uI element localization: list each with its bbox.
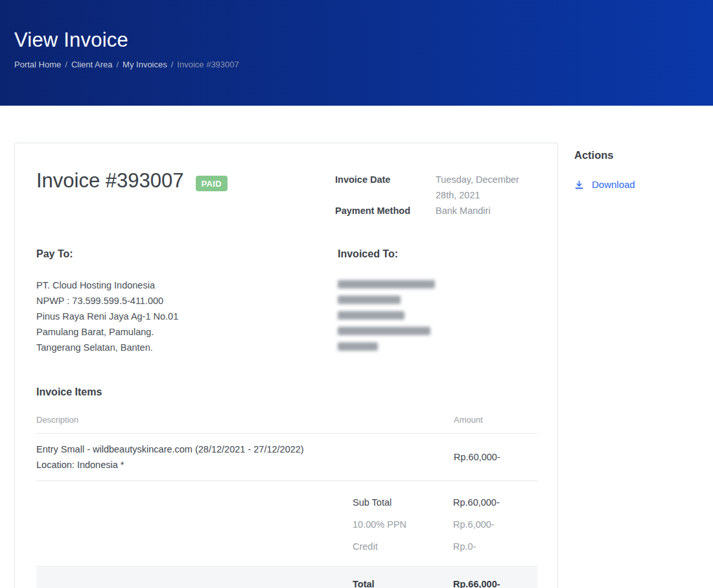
invoice-date-row: Invoice Date Tuesday, December 28th, 202… bbox=[335, 172, 537, 203]
pay-to-line: NPWP : 73.599.599.5-411.000 bbox=[36, 293, 338, 309]
payment-method-row: Payment Method Bank Mandiri bbox=[335, 203, 537, 218]
download-button[interactable]: Download bbox=[574, 179, 635, 190]
breadcrumb-current-invoice: Invoice #393007 bbox=[177, 60, 239, 69]
payment-method-label: Payment Method bbox=[335, 203, 436, 218]
actions-heading: Actions bbox=[574, 149, 699, 161]
redacted-line bbox=[338, 342, 378, 351]
table-row: Entry Small - wildbeautyskincare.com (28… bbox=[36, 434, 537, 481]
payment-method-value: Bank Mandiri bbox=[436, 203, 537, 218]
total-value: Rp.66,000- bbox=[453, 579, 537, 588]
totals-section: Sub Total Rp.60,000- 10.00% PPN Rp.6,000… bbox=[36, 481, 537, 558]
breadcrumb: Portal Home/Client Area/My Invoices/Invo… bbox=[14, 60, 699, 69]
pay-to-heading: Pay To: bbox=[36, 248, 338, 260]
page-header: View Invoice Portal Home/Client Area/My … bbox=[0, 0, 713, 106]
download-icon bbox=[574, 180, 592, 190]
breadcrumb-my-invoices[interactable]: My Invoices bbox=[123, 60, 167, 69]
invoice-items-section: Invoice Items Description Amount Entry S… bbox=[36, 386, 537, 588]
redacted-line bbox=[338, 296, 401, 304]
status-badge: PAID bbox=[196, 176, 228, 191]
grand-total-row: Total Rp.66,000- bbox=[36, 566, 537, 588]
page-title: View Invoice bbox=[14, 0, 699, 52]
item-amount: Rp.60,000- bbox=[454, 452, 537, 462]
invoice-date-label: Invoice Date bbox=[335, 172, 436, 203]
tax-row: 10.00% PPN Rp.6,000- bbox=[36, 513, 537, 535]
pay-to-line: Tangerang Selatan, Banten. bbox=[36, 340, 338, 355]
item-description: Entry Small - wildbeautyskincare.com (28… bbox=[36, 441, 454, 473]
address-section: Pay To: PT. Cloud Hosting Indonesia NPWP… bbox=[36, 248, 537, 358]
redacted-line bbox=[338, 327, 430, 335]
tax-label: 10.00% PPN bbox=[353, 519, 453, 530]
pay-to-line: Pamulang Barat, Pamulang. bbox=[36, 324, 338, 340]
invoice-date-value: Tuesday, December 28th, 2021 bbox=[436, 172, 537, 203]
subtotal-value: Rp.60,000- bbox=[453, 497, 537, 508]
invoiced-to-redacted-address bbox=[338, 280, 537, 351]
pay-to-block: Pay To: PT. Cloud Hosting Indonesia NPWP… bbox=[36, 248, 338, 358]
invoiced-to-block: Invoiced To: bbox=[338, 248, 537, 358]
item-description-line: Location: Indonesia * bbox=[36, 457, 454, 473]
invoice-items-heading: Invoice Items bbox=[36, 386, 537, 398]
breadcrumb-portal-home[interactable]: Portal Home bbox=[14, 60, 61, 69]
subtotal-row: Sub Total Rp.60,000- bbox=[36, 491, 537, 513]
invoiced-to-heading: Invoiced To: bbox=[338, 248, 537, 260]
breadcrumb-separator: / bbox=[112, 60, 123, 69]
tax-value: Rp.6,000- bbox=[453, 519, 537, 530]
amount-column-header: Amount bbox=[454, 415, 537, 425]
invoice-header: Invoice #393007 PAID Invoice Date Tuesda… bbox=[36, 169, 537, 218]
pay-to-line: PT. Cloud Hosting Indonesia bbox=[36, 277, 338, 293]
pay-to-address: PT. Cloud Hosting Indonesia NPWP : 73.59… bbox=[36, 277, 338, 355]
main-content: Invoice #393007 PAID Invoice Date Tuesda… bbox=[0, 106, 713, 588]
invoice-meta: Invoice Date Tuesday, December 28th, 202… bbox=[335, 169, 537, 218]
redacted-line bbox=[338, 280, 435, 288]
invoice-number-heading: Invoice #393007 bbox=[36, 169, 184, 193]
credit-row: Credit Rp.0- bbox=[36, 535, 537, 558]
pay-to-line: Pinus Raya Reni Jaya Ag-1 No.01 bbox=[36, 309, 338, 324]
item-description-line: Entry Small - wildbeautyskincare.com (28… bbox=[36, 441, 454, 457]
description-column-header: Description bbox=[36, 415, 454, 425]
credit-label: Credit bbox=[353, 541, 453, 552]
subtotal-label: Sub Total bbox=[353, 497, 453, 508]
breadcrumb-client-area[interactable]: Client Area bbox=[71, 60, 113, 69]
invoice-card: Invoice #393007 PAID Invoice Date Tuesda… bbox=[14, 143, 558, 588]
items-table-header: Description Amount bbox=[36, 415, 537, 434]
credit-value: Rp.0- bbox=[453, 541, 537, 552]
redacted-line bbox=[338, 311, 404, 320]
breadcrumb-separator: / bbox=[167, 60, 178, 69]
download-label: Download bbox=[592, 179, 635, 190]
actions-sidebar: Actions Download bbox=[574, 143, 699, 193]
total-label: Total bbox=[353, 579, 453, 588]
breadcrumb-separator: / bbox=[61, 60, 71, 69]
